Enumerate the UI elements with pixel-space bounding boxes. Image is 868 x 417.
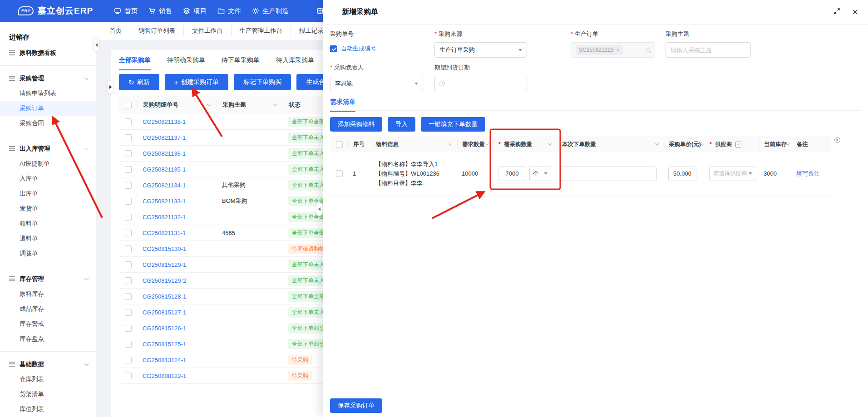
sidebar-item[interactable] bbox=[0, 266, 96, 266]
row-checkbox[interactable] bbox=[125, 214, 132, 221]
sort-chevron-icon[interactable] bbox=[485, 142, 488, 145]
sort-chevron-icon[interactable] bbox=[273, 102, 277, 106]
sidebar-item[interactable]: AI快捷制单 bbox=[0, 156, 96, 171]
row-checkbox[interactable] bbox=[125, 309, 132, 316]
row-checkbox[interactable] bbox=[125, 293, 132, 300]
toolbar-button[interactable]: 标记下单购买 bbox=[234, 74, 291, 90]
nav-item-manufacture[interactable]: 生产制造 bbox=[252, 7, 289, 15]
drawer-toolbar-button[interactable]: 一键填充下单数量 bbox=[421, 117, 485, 132]
drawer-toolbar-button[interactable]: 导入 bbox=[388, 117, 415, 132]
sidebar-item[interactable]: 采购合同 bbox=[0, 116, 96, 131]
order-number-link[interactable]: CG250808122-1 bbox=[143, 373, 186, 379]
select-all-items-checkbox[interactable] bbox=[336, 141, 343, 148]
order-number-link[interactable]: CG250821138-1 bbox=[143, 118, 186, 125]
drawer-collapse-handle[interactable] bbox=[316, 202, 322, 216]
order-number-link[interactable]: CG250815129-1 bbox=[143, 261, 186, 268]
drawer-toolbar-button[interactable]: 添加采购物料 bbox=[330, 117, 382, 132]
column-header-order-no[interactable]: 采购明细单号 bbox=[143, 101, 178, 109]
toolbar-button[interactable]: ↻ 刷新 bbox=[119, 74, 159, 90]
nav-item-project[interactable]: 项目 bbox=[183, 7, 207, 15]
sidebar-item[interactable]: 出入库管理 bbox=[0, 141, 96, 156]
unit-select[interactable]: 个 bbox=[529, 167, 551, 181]
item-column-header[interactable]: 需求数量 bbox=[457, 140, 493, 148]
supplier-select[interactable]: 请选择供应商 bbox=[709, 167, 756, 181]
order-number-link[interactable]: CG250821131-1 bbox=[143, 230, 186, 236]
sidebar-item[interactable]: 采购管理 bbox=[0, 71, 96, 86]
tab-demand-list[interactable]: 需求清单 bbox=[330, 98, 355, 112]
row-checkbox[interactable] bbox=[125, 182, 132, 189]
sort-chevron-icon[interactable] bbox=[207, 102, 211, 106]
item-column-header[interactable]: 本次下单数量 bbox=[557, 140, 664, 148]
sort-chevron-icon[interactable] bbox=[548, 142, 552, 145]
expected-date-picker[interactable] bbox=[434, 76, 527, 91]
row-checkbox[interactable] bbox=[125, 198, 132, 205]
item-column-header[interactable]: 供应商 bbox=[705, 140, 759, 148]
search-icon[interactable] bbox=[646, 48, 650, 52]
nav-item-sales[interactable]: 销售 bbox=[148, 7, 172, 15]
sidebar-item[interactable]: 库存管理 bbox=[0, 271, 96, 286]
row-checkbox[interactable] bbox=[125, 341, 132, 348]
item-column-header[interactable]: 当前库存 bbox=[759, 140, 792, 148]
order-number-link[interactable]: CG250815128-1 bbox=[143, 293, 186, 300]
row-checkbox[interactable] bbox=[125, 150, 132, 157]
item-column-header[interactable]: 需采购数量 bbox=[493, 140, 557, 148]
select-all-checkbox[interactable] bbox=[125, 102, 132, 108]
item-column-header[interactable]: 采购单价(元) bbox=[664, 140, 705, 148]
breadcrumb-tab[interactable]: 生产管理工作台 bbox=[231, 25, 291, 36]
order-tab[interactable]: 全部采购单 bbox=[119, 56, 151, 70]
sort-chevron-icon[interactable] bbox=[449, 142, 452, 145]
purchase-topic-input[interactable] bbox=[666, 42, 751, 58]
expand-icon[interactable] bbox=[833, 8, 840, 16]
sidebar-item[interactable]: 调拨单 bbox=[0, 246, 96, 261]
sidebar-item[interactable]: 原料库存 bbox=[0, 286, 96, 301]
breadcrumb-tab[interactable]: 文件工作台 bbox=[183, 25, 231, 36]
row-checkbox[interactable] bbox=[125, 166, 132, 173]
sidebar-item[interactable]: 原料数据看板 bbox=[0, 45, 96, 60]
item-column-header[interactable]: 备注 bbox=[792, 140, 831, 148]
sidebar-item[interactable] bbox=[0, 351, 96, 352]
app-logo[interactable]: ERP 嘉立创云ERP bbox=[0, 5, 93, 17]
sidebar-item[interactable]: 库存警戒 bbox=[0, 316, 96, 331]
toolbar-button[interactable]: + 创建采购订单 bbox=[165, 74, 229, 90]
sidebar-item[interactable]: 出库单 bbox=[0, 186, 96, 201]
nav-item-files[interactable]: 文件 bbox=[217, 7, 241, 15]
sidebar-item[interactable]: 仓库列表 bbox=[0, 372, 96, 387]
order-tab[interactable]: 待下单采购单 bbox=[222, 56, 260, 70]
row-checkbox[interactable] bbox=[125, 357, 132, 363]
order-number-link[interactable]: CG250821134-1 bbox=[143, 182, 186, 189]
close-icon[interactable]: × bbox=[852, 7, 858, 17]
row-checkbox[interactable] bbox=[125, 325, 132, 332]
batch-fill-icon[interactable] bbox=[735, 142, 741, 147]
sidebar-item[interactable]: 货架清单 bbox=[0, 387, 96, 402]
sidebar-item[interactable]: 入库单 bbox=[0, 171, 96, 186]
breadcrumb-tab[interactable]: 首页 bbox=[101, 25, 130, 36]
sidebar-item[interactable]: 采购订单 bbox=[0, 101, 96, 116]
sidebar-item[interactable]: 领料单 bbox=[0, 216, 96, 231]
sidebar-item[interactable] bbox=[0, 136, 96, 136]
fill-remark-link[interactable]: 填写备注 bbox=[796, 170, 820, 177]
production-order-input[interactable]: SC250821223 × bbox=[571, 42, 655, 58]
sort-chevron-icon[interactable] bbox=[655, 142, 659, 145]
sort-chevron-icon[interactable] bbox=[700, 142, 704, 145]
purchase-owner-select[interactable]: 李思颖 bbox=[330, 76, 423, 91]
row-checkbox[interactable] bbox=[125, 261, 132, 268]
row-checkbox[interactable] bbox=[125, 373, 132, 379]
row-checkbox[interactable] bbox=[125, 134, 132, 141]
item-checkbox[interactable] bbox=[336, 170, 343, 177]
sort-chevron-icon[interactable] bbox=[786, 142, 790, 145]
unit-price-input[interactable] bbox=[668, 167, 696, 181]
sidebar-collapse-handle[interactable] bbox=[93, 38, 99, 52]
order-number-link[interactable]: CG250821133-1 bbox=[143, 198, 186, 205]
sidebar-item[interactable]: 成品库存 bbox=[0, 301, 96, 316]
order-number-link[interactable]: CG250815127-1 bbox=[143, 309, 186, 316]
row-checkbox[interactable] bbox=[125, 118, 132, 125]
item-column-header[interactable]: 物料信息 bbox=[371, 140, 457, 148]
column-header-status[interactable]: 状态 bbox=[289, 101, 301, 109]
filter-panel-handle[interactable] bbox=[107, 80, 113, 94]
save-purchase-order-button[interactable]: 保存采购订单 bbox=[330, 398, 382, 413]
row-checkbox[interactable] bbox=[125, 230, 132, 236]
purchase-source-select[interactable]: 生产订单采购 bbox=[434, 42, 527, 58]
order-tab[interactable]: 待入库采购单 bbox=[276, 56, 314, 70]
order-tab[interactable]: 待明确采购单 bbox=[167, 56, 205, 70]
sidebar-item[interactable] bbox=[0, 65, 96, 66]
